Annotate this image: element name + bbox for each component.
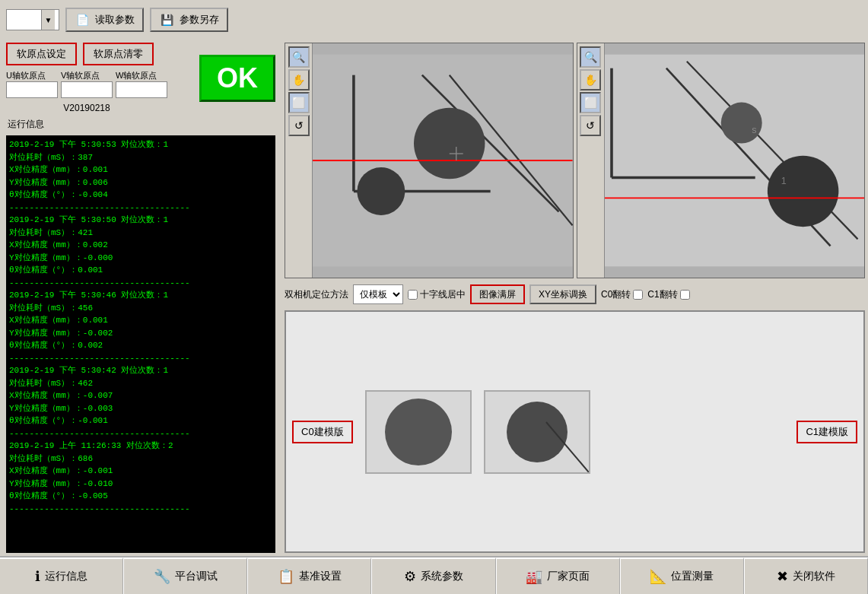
svg-point-16 (720, 103, 761, 144)
crosshair-group: 十字线居中 (408, 288, 466, 301)
cam-left-image (313, 43, 573, 278)
num-select[interactable]: 1 ▼ (6, 9, 59, 30)
log-line: 2019-2-19 下午 5:30:53 对位次数：1 (9, 138, 272, 151)
axis-u-label: U轴软原点 (6, 70, 46, 81)
log-line: ------------------------------------ (9, 277, 272, 290)
cam-left-zoom-btn[interactable]: 🔍 (288, 46, 310, 68)
read-icon: 📄 (75, 12, 90, 27)
svg-text:1: 1 (781, 176, 786, 186)
cam-left-svg (313, 43, 573, 278)
c1-flip-group: C1翻转 (647, 288, 689, 301)
c0-template-button[interactable]: C0建模版 (292, 421, 353, 443)
cam-right-rotate-btn[interactable]: ↺ (580, 115, 601, 136)
cam-right-svg: 100 s 1 (605, 43, 865, 278)
log-line: ------------------------------------ (9, 202, 272, 214)
controls-row: 双相机定位方法 仅模板 十字线居中 图像满屏 XY坐标调换 C0翻转 C1翻转 (285, 281, 865, 307)
c0-flip-group: C0翻转 (601, 288, 643, 301)
soft-origin-set-button[interactable]: 软原点设定 (6, 43, 77, 65)
log-line: Y对位精度（mm）：-0.003 (9, 402, 272, 415)
log-line: X对位精度（mm）：0.001 (9, 314, 272, 327)
nav-icon-close-software: ✖ (777, 568, 788, 585)
svg-point-6 (357, 167, 405, 215)
axis-u-group: U轴软原点 0.000 (6, 70, 58, 98)
log-line: ------------------------------------ (9, 352, 272, 365)
c1-flip-checkbox[interactable] (680, 290, 690, 300)
nav-item-platform-debug[interactable]: 🔧平台调试 (123, 557, 247, 594)
nav-item-position-measure[interactable]: 📐位置测量 (620, 557, 744, 594)
log-line: 对位耗时（mS）：686 (9, 453, 272, 465)
axis-v-input[interactable]: 0.000 (61, 81, 113, 98)
c1-flip-label: C1翻转 (647, 288, 677, 301)
nav-label-system-params: 系统参数 (421, 570, 463, 583)
nav-icon-run-info: ℹ (35, 568, 40, 585)
dropdown-arrow-icon[interactable]: ▼ (41, 10, 55, 30)
left-top-row: 软原点设定 软原点清零 U轴软原点 0.000 V轴软原点 0.000 W轴软原… (6, 43, 275, 113)
crosshair-checkbox[interactable] (408, 290, 418, 300)
c1-template-button[interactable]: C1建模版 (796, 421, 857, 443)
axis-row: U轴软原点 0.000 V轴软原点 0.000 W轴软原点 0.000 (6, 70, 167, 98)
log-line: Y对位精度（mm）：-0.000 (9, 252, 272, 265)
log-area: 2019-2-19 下午 5:30:53 对位次数：1对位耗时（mS）：387X… (6, 135, 275, 553)
nav-item-system-params[interactable]: ⚙系统参数 (371, 557, 495, 594)
cam-right-select-btn[interactable]: ⬜ (580, 92, 601, 113)
cam-right-pan-btn[interactable]: ✋ (580, 69, 601, 91)
nav-item-baseline-setup[interactable]: 📋基准设置 (247, 557, 371, 594)
log-line: ------------------------------------ (9, 427, 272, 440)
c0-flip-checkbox[interactable] (633, 290, 643, 300)
axis-w-input[interactable]: 0.000 (116, 81, 167, 98)
ok-button[interactable]: OK (199, 55, 275, 102)
log-line: θ对位精度（°）：-0.004 (9, 189, 272, 202)
axis-u-input[interactable]: 0.000 (6, 81, 58, 98)
svg-rect-10 (605, 55, 865, 267)
nav-icon-factory-page: 🏭 (526, 568, 542, 585)
dual-cam-label: 双相机定位方法 (285, 288, 348, 301)
cam-left-pan-btn[interactable]: ✋ (288, 69, 310, 91)
nav-icon-baseline-setup: 📋 (278, 568, 294, 585)
cam-left-select-btn[interactable]: ⬜ (288, 92, 310, 113)
nav-icon-position-measure: 📐 (650, 568, 666, 585)
read-params-button[interactable]: 📄 读取参数 (65, 8, 144, 32)
num-input[interactable]: 1 (7, 13, 41, 27)
right-panel: 🔍 ✋ ⬜ ↺ (281, 40, 868, 556)
method-select[interactable]: 仅模板 (353, 284, 403, 304)
cam-right-toolbar: 🔍 ✋ ⬜ ↺ (577, 43, 605, 278)
save-params-button[interactable]: 💾 参数另存 (150, 8, 228, 32)
nav-item-run-info[interactable]: ℹ运行信息 (0, 557, 123, 594)
cam-left-rotate-btn[interactable]: ↺ (288, 115, 310, 136)
nav-label-baseline-setup: 基准设置 (299, 570, 342, 583)
log-header: 运行信息 (6, 116, 275, 132)
main-area: 软原点设定 软原点清零 U轴软原点 0.000 V轴软原点 0.000 W轴软原… (0, 40, 868, 556)
c0-template-image (365, 390, 472, 474)
crosshair-label: 十字线居中 (420, 288, 466, 301)
left-panel: 软原点设定 软原点清零 U轴软原点 0.000 V轴软原点 0.000 W轴软原… (0, 40, 281, 556)
log-line: 2019-2-19 下午 5:30:42 对位次数：1 (9, 364, 272, 377)
log-line: 2019-2-19 上午 11:26:33 对位次数：2 (9, 440, 272, 453)
nav-item-close-software[interactable]: ✖关闭软件 (744, 557, 868, 594)
log-line: θ对位精度（°）：0.002 (9, 339, 272, 352)
svg-point-5 (414, 108, 485, 179)
svg-text:s: s (752, 125, 756, 135)
log-line: θ对位精度（°）：-0.001 (9, 415, 272, 427)
nav-item-factory-page[interactable]: 🏭厂家页面 (496, 557, 620, 594)
cam-right-zoom-btn[interactable]: 🔍 (580, 46, 601, 68)
soft-origin-clear-button[interactable]: 软原点清零 (83, 43, 154, 65)
log-line: Y对位精度（mm）：-0.010 (9, 478, 272, 491)
log-line: 对位耗时（mS）：456 (9, 302, 272, 315)
bottom-nav: ℹ运行信息🔧平台调试📋基准设置⚙系统参数🏭厂家页面📐位置测量✖关闭软件 (0, 556, 868, 594)
svg-point-17 (767, 156, 838, 227)
camera-view-right: 🔍 ✋ ⬜ ↺ 100 (577, 43, 866, 278)
nav-label-factory-page: 厂家页面 (547, 570, 590, 583)
nav-icon-platform-debug: 🔧 (154, 568, 170, 585)
log-line: Y对位精度（mm）：0.006 (9, 176, 272, 189)
c0-template-svg (367, 392, 470, 472)
c0-flip-label: C0翻转 (601, 288, 631, 301)
log-line: 2019-2-19 下午 5:30:46 对位次数：1 (9, 289, 272, 302)
nav-icon-system-params: ⚙ (404, 568, 416, 585)
fullscreen-button[interactable]: 图像满屏 (470, 284, 525, 304)
xy-adjust-button[interactable]: XY坐标调换 (529, 284, 596, 304)
save-icon: 💾 (159, 12, 174, 27)
c1-template-svg (485, 392, 589, 472)
camera-row: 🔍 ✋ ⬜ ↺ (285, 43, 865, 278)
origin-buttons-row: 软原点设定 软原点清零 (6, 43, 167, 65)
top-toolbar: 1 ▼ 📄 读取参数 💾 参数另存 (0, 0, 868, 40)
